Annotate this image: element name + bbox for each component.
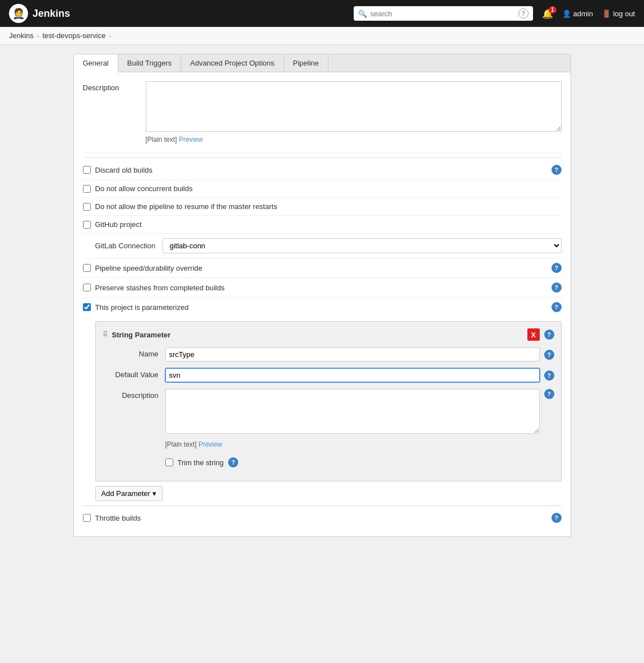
no-resume-checkbox[interactable] bbox=[83, 203, 91, 211]
param-plain-text-label: [Plain text] bbox=[165, 441, 197, 448]
option-row-no-resume: Do not allow the pipeline to resume if t… bbox=[83, 198, 562, 216]
param-plain-text-row: [Plain text] Preview bbox=[165, 441, 554, 448]
description-label: Description bbox=[83, 81, 139, 92]
breadcrumb-sep-2: › bbox=[109, 33, 111, 39]
no-resume-label: Do not allow the pipeline to resume if t… bbox=[95, 202, 562, 211]
github-project-label: GitHub project bbox=[95, 220, 562, 229]
options-section-3: Throttle builds ? bbox=[83, 506, 562, 527]
trim-string-label: Trim the string bbox=[178, 458, 224, 467]
parameterized-label: This project is parameterized bbox=[95, 303, 547, 312]
param-description-help[interactable]: ? bbox=[544, 389, 554, 399]
gitlab-connection-select[interactable]: gitlab-conn bbox=[163, 238, 562, 253]
tab-content-general: Description [Plain text] Preview Discard… bbox=[74, 72, 571, 536]
tab-advanced-project-options[interactable]: Advanced Project Options bbox=[181, 54, 284, 72]
gitlab-connection-label: GitLab Connection bbox=[83, 242, 156, 250]
pipeline-speed-label: Pipeline speed/durability override bbox=[95, 264, 547, 272]
add-parameter-label: Add Parameter bbox=[101, 489, 150, 498]
header: 🤵 Jenkins 🔍 ? 🔔 1 👤 admin 🚪 log out bbox=[0, 0, 644, 27]
param-title-help[interactable]: ? bbox=[544, 330, 554, 340]
param-name-help[interactable]: ? bbox=[544, 350, 554, 360]
param-name-row: Name ? bbox=[103, 347, 554, 361]
option-row-no-concurrent: Do not allow concurrent builds bbox=[83, 180, 562, 198]
param-preview-link[interactable]: Preview bbox=[198, 441, 223, 448]
param-title-area: ⠿ String Parameter bbox=[103, 331, 171, 339]
param-description-label: Description bbox=[103, 389, 159, 400]
drag-handle-icon[interactable]: ⠿ bbox=[103, 331, 108, 339]
preserve-stashes-help[interactable]: ? bbox=[552, 282, 562, 293]
options-section-1: Discard old builds ? Do not allow concur… bbox=[83, 157, 562, 317]
tabs: General Build Triggers Advanced Project … bbox=[74, 54, 571, 72]
description-textarea[interactable] bbox=[146, 81, 562, 132]
param-title-label: String Parameter bbox=[112, 331, 171, 339]
param-description-row: Description ? [Plain text] Preview Tri bbox=[103, 389, 554, 467]
preserve-stashes-label: Preserve stashes from completed builds bbox=[95, 284, 547, 292]
pipeline-speed-help[interactable]: ? bbox=[552, 263, 562, 273]
param-name-input[interactable] bbox=[165, 347, 540, 361]
logout-label: log out bbox=[613, 10, 635, 18]
param-default-input-area: ? bbox=[165, 368, 554, 382]
discard-old-builds-checkbox[interactable] bbox=[83, 166, 91, 174]
add-parameter-button[interactable]: Add Parameter ▾ bbox=[95, 486, 163, 501]
param-close-button[interactable]: X bbox=[527, 328, 540, 341]
plain-text-row: [Plain text] Preview bbox=[146, 136, 562, 143]
param-default-row: Default Value ? bbox=[103, 368, 554, 382]
jenkins-logo[interactable]: 🤵 Jenkins bbox=[9, 4, 70, 23]
header-actions: 🔔 1 👤 admin 🚪 log out bbox=[542, 8, 635, 19]
param-description-input-area: ? [Plain text] Preview Trim the string ? bbox=[165, 389, 554, 467]
plain-text-label: [Plain text] bbox=[146, 136, 177, 143]
breadcrumb-project[interactable]: test-devops-service bbox=[43, 31, 106, 40]
param-default-help[interactable]: ? bbox=[544, 370, 554, 381]
breadcrumb-jenkins[interactable]: Jenkins bbox=[9, 31, 34, 40]
search-input[interactable] bbox=[370, 10, 515, 18]
search-box: 🔍 ? bbox=[354, 6, 533, 21]
option-row-parameterized: This project is parameterized ? bbox=[83, 298, 562, 317]
param-header-help-area: X ? bbox=[527, 328, 554, 341]
discard-old-builds-label: Discard old builds bbox=[95, 166, 547, 174]
search-help-icon[interactable]: ? bbox=[518, 8, 529, 18]
trim-row: Trim the string ? bbox=[165, 457, 554, 467]
pipeline-speed-checkbox[interactable] bbox=[83, 264, 91, 272]
throttle-builds-checkbox[interactable] bbox=[83, 514, 91, 522]
param-name-label: Name bbox=[103, 347, 159, 358]
option-row-pipeline-speed: Pipeline speed/durability override ? bbox=[83, 258, 562, 278]
description-input-area: [Plain text] Preview bbox=[146, 81, 562, 143]
logout-button[interactable]: 🚪 log out bbox=[602, 10, 635, 18]
notifications-bell[interactable]: 🔔 1 bbox=[542, 8, 553, 19]
trim-string-checkbox[interactable] bbox=[165, 458, 173, 466]
breadcrumb: Jenkins › test-devops-service › bbox=[0, 27, 644, 45]
string-parameter-container: ⠿ String Parameter X ? Name ? bbox=[95, 321, 562, 481]
option-row-throttle: Throttle builds ? bbox=[83, 508, 562, 527]
parameterized-help[interactable]: ? bbox=[552, 302, 562, 312]
tab-container: General Build Triggers Advanced Project … bbox=[73, 54, 571, 537]
tab-general[interactable]: General bbox=[74, 54, 118, 72]
github-project-checkbox[interactable] bbox=[83, 221, 91, 229]
search-icon: 🔍 bbox=[358, 10, 367, 18]
throttle-builds-help[interactable]: ? bbox=[552, 513, 562, 523]
add-parameter-dropdown-icon: ▾ bbox=[152, 489, 156, 498]
user-label: admin bbox=[573, 10, 593, 18]
description-row: Description [Plain text] Preview bbox=[83, 81, 562, 153]
param-default-input[interactable] bbox=[165, 368, 540, 382]
param-name-input-area: ? bbox=[165, 347, 554, 361]
jenkins-icon: 🤵 bbox=[9, 4, 28, 23]
notification-badge: 1 bbox=[549, 6, 557, 13]
tab-build-triggers[interactable]: Build Triggers bbox=[118, 54, 181, 72]
param-header: ⠿ String Parameter X ? bbox=[103, 328, 554, 341]
main-content: General Build Triggers Advanced Project … bbox=[64, 45, 580, 546]
throttle-builds-label: Throttle builds bbox=[95, 514, 547, 522]
preview-link[interactable]: Preview bbox=[179, 136, 203, 143]
breadcrumb-sep-1: › bbox=[37, 33, 39, 39]
option-row-discard-old-builds: Discard old builds ? bbox=[83, 160, 562, 180]
param-default-label: Default Value bbox=[103, 368, 159, 379]
option-row-github-project: GitHub project bbox=[83, 216, 562, 234]
param-description-textarea[interactable] bbox=[165, 389, 540, 434]
discard-old-builds-help[interactable]: ? bbox=[552, 165, 562, 175]
logout-icon: 🚪 bbox=[602, 10, 611, 18]
parameterized-checkbox[interactable] bbox=[83, 303, 91, 311]
preserve-stashes-checkbox[interactable] bbox=[83, 284, 91, 291]
user-menu[interactable]: 👤 admin bbox=[562, 10, 593, 18]
tab-pipeline[interactable]: Pipeline bbox=[284, 54, 328, 72]
trim-help[interactable]: ? bbox=[228, 457, 238, 467]
no-concurrent-builds-checkbox[interactable] bbox=[83, 185, 91, 193]
gitlab-connection-row: GitLab Connection gitlab-conn bbox=[83, 234, 562, 258]
